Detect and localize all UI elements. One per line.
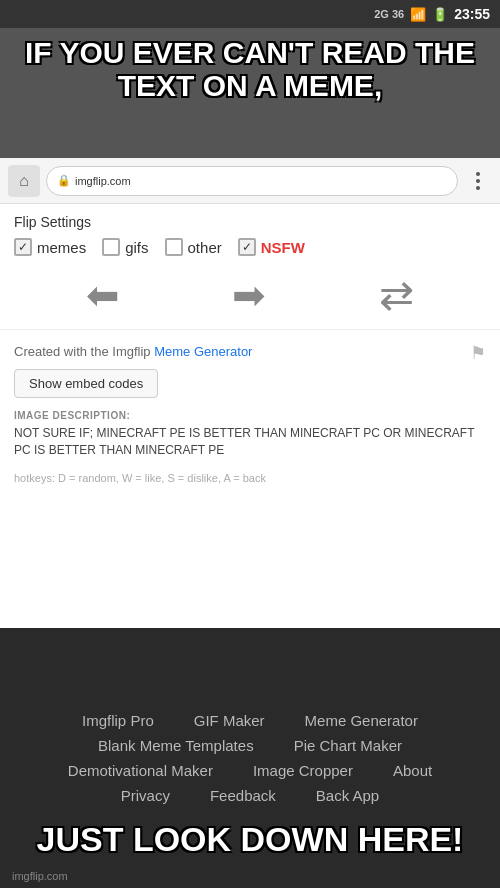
meme-image-area: IF YOU EVER CAN'T READ THE TEXT ON A MEM… [0,28,500,158]
lock-icon: 🔒 [57,174,71,187]
menu-dot-2 [476,179,480,183]
footer-link-imgflip-pro[interactable]: Imgflip Pro [82,712,154,729]
footer-link-demotivational[interactable]: Demotivational Maker [68,762,213,779]
image-description-label: IMAGE DESCRIPTION: [14,410,486,421]
network-indicator: 2G 36 [374,8,404,20]
navigation-arrows: ⬅ ➡ ⇄ [0,260,500,330]
flip-option-memes[interactable]: memes [14,238,86,256]
flag-icon[interactable]: ⚑ [470,342,486,364]
footer-link-about[interactable]: About [393,762,432,779]
memes-checkbox[interactable] [14,238,32,256]
memes-label: memes [37,239,86,256]
flip-settings-panel: Flip Settings memes gifs other NSFW [0,204,500,265]
time-display: 23:55 [454,6,490,22]
battery-icon: 🔋 [432,7,448,22]
footer-link-image-cropper[interactable]: Image Cropper [253,762,353,779]
footer: Imgflip Pro GIF Maker Meme Generator Bla… [0,628,500,888]
footer-link-meme-generator[interactable]: Meme Generator [305,712,418,729]
status-bar: 2G 36 📶 🔋 23:55 [0,0,500,28]
flip-option-gifs[interactable]: gifs [102,238,148,256]
footer-row-2: Blank Meme Templates Pie Chart Maker [98,737,402,754]
hotkeys-text: hotkeys: D = random, W = like, S = disli… [14,471,486,486]
gifs-label: gifs [125,239,148,256]
footer-link-back-app[interactable]: Back App [316,787,379,804]
flip-options: memes gifs other NSFW [14,238,486,256]
meme-generator-link[interactable]: Meme Generator [154,344,252,359]
footer-link-gif-maker[interactable]: GIF Maker [194,712,265,729]
meme-bottom-text: JUST LOOK DOWN HERE! [25,821,475,858]
footer-link-blank-meme-templates[interactable]: Blank Meme Templates [98,737,254,754]
shuffle-button[interactable]: ⇄ [379,270,414,319]
forward-icon: ➡ [232,272,266,318]
home-button[interactable]: ⌂ [8,165,40,197]
other-checkbox[interactable] [165,238,183,256]
menu-dot-1 [476,172,480,176]
signal-icon: 📶 [410,7,426,22]
footer-row-4: Privacy Feedback Back App [121,787,379,804]
flip-settings-title: Flip Settings [14,214,486,230]
browser-bar: ⌂ 🔒 imgflip.com [0,158,500,204]
gifs-checkbox[interactable] [102,238,120,256]
menu-button[interactable] [464,167,492,195]
embed-button[interactable]: Show embed codes [14,369,158,398]
footer-link-pie-chart[interactable]: Pie Chart Maker [294,737,402,754]
home-icon: ⌂ [19,172,29,190]
footer-link-feedback[interactable]: Feedback [210,787,276,804]
address-bar[interactable]: 🔒 imgflip.com [46,166,458,196]
nsfw-checkbox[interactable] [238,238,256,256]
footer-row-3: Demotivational Maker Image Cropper About [68,762,432,779]
menu-dot-3 [476,186,480,190]
nsfw-label: NSFW [261,239,305,256]
url-text: imgflip.com [75,175,131,187]
created-prefix: Created with the Imgflip [14,344,154,359]
footer-row-1: Imgflip Pro GIF Maker Meme Generator [82,712,418,729]
back-icon: ⬅ [86,272,120,318]
back-arrow[interactable]: ⬅ [86,272,120,318]
imgflip-watermark: imgflip.com [12,870,68,882]
image-description-text: NOT SURE IF; MINECRAFT PE IS BETTER THAN… [14,425,486,459]
flip-option-nsfw[interactable]: NSFW [238,238,305,256]
meme-top-text: IF YOU EVER CAN'T READ THE TEXT ON A MEM… [25,36,475,102]
created-with: ⚑ Created with the Imgflip Meme Generato… [14,344,486,359]
forward-arrow[interactable]: ➡ [232,272,266,318]
shuffle-icon: ⇄ [379,270,414,319]
other-label: other [188,239,222,256]
content-area: ⚑ Created with the Imgflip Meme Generato… [0,330,500,628]
flip-option-other[interactable]: other [165,238,222,256]
footer-link-privacy[interactable]: Privacy [121,787,170,804]
